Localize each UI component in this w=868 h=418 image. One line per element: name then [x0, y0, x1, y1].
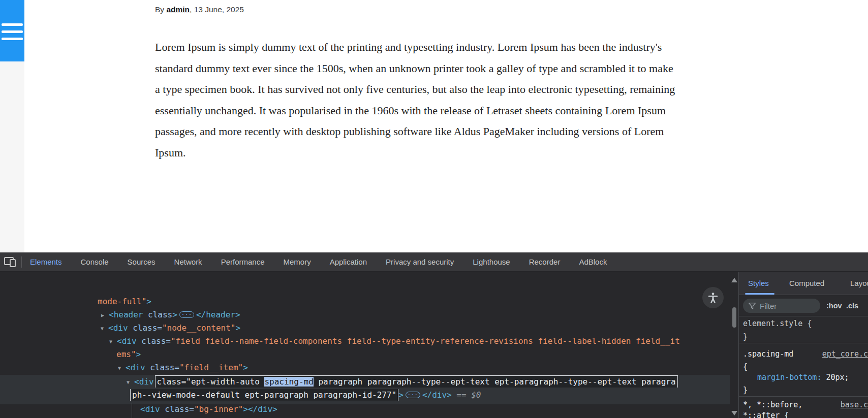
rule-universal-selector[interactable]: *, *::before,base.c	[743, 400, 868, 410]
tab-recorder[interactable]: Recorder	[529, 258, 561, 266]
tab-memory[interactable]: Memory	[284, 258, 311, 266]
tab-privacy-and-security[interactable]: Privacy and security	[386, 258, 454, 266]
tab-performance[interactable]: Performance	[221, 258, 265, 266]
rule-universal-selector-line2: *::after {	[743, 410, 789, 418]
accessibility-overlay-button[interactable]	[702, 287, 724, 308]
page-left-gutter	[0, 61, 24, 252]
rule-element-style-close: }	[743, 332, 748, 342]
toggle-cls[interactable]: .cls	[846, 302, 858, 310]
tab-lighthouse[interactable]: Lighthouse	[473, 258, 510, 266]
scrollbar-up-arrow[interactable]	[731, 278, 737, 282]
tree-line-selected-paragraph-div-wrap[interactable]: ph--view-mode--default ept-paragraph par…	[130, 390, 481, 400]
styles-filter[interactable]	[743, 299, 820, 313]
stylesheet-link-base[interactable]: base.c	[841, 400, 868, 410]
screenshot-root: { "page": { "byline": { "by": "By ", "au…	[0, 0, 868, 418]
elements-tree-panel: mode-full"> ▶<header class>···</header> …	[0, 272, 730, 418]
rule-element-style-open[interactable]: element.style {	[743, 318, 812, 329]
tab-computed[interactable]: Computed	[789, 279, 824, 287]
toggle-device-toolbar-icon[interactable]	[3, 256, 18, 268]
styles-filter-input[interactable]	[760, 302, 811, 310]
webpage-viewport: By admin, 13 June, 2025 Lorem Ipsum is s…	[0, 0, 868, 252]
tree-line-header[interactable]: ▶<header class>···</header>	[101, 310, 240, 320]
tab-styles[interactable]: Styles	[748, 279, 769, 287]
tab-adblock[interactable]: AdBlock	[579, 258, 607, 266]
rule-spacing-md-open: {	[743, 362, 748, 372]
rule-spacing-md-selector[interactable]: .spacing-mdept_core.c	[743, 349, 868, 359]
indent-guide-line	[132, 403, 132, 418]
tab-layout[interactable]: Layout	[850, 279, 868, 287]
toolbar-separator	[21, 256, 22, 268]
tree-line-wrap-ems[interactable]: ems">	[116, 349, 141, 360]
toggle-hov[interactable]: :hov	[826, 302, 842, 310]
rule-separator	[739, 343, 868, 343]
selected-div-open-tag: ▼<div	[127, 377, 154, 387]
hamburger-icon	[2, 23, 23, 26]
tree-line-bg-inner[interactable]: <div class="bg-inner"></div>	[140, 404, 277, 414]
tab-elements[interactable]: Elements	[30, 258, 62, 266]
styles-tab-strip: Styles Computed Layout	[739, 272, 868, 295]
active-tab-underline	[745, 293, 774, 295]
mobile-menu-button[interactable]	[0, 0, 24, 61]
accessibility-icon	[707, 292, 719, 304]
article-paragraph: Lorem Ipsum is simply dummy text of the …	[155, 37, 680, 164]
tab-console[interactable]: Console	[81, 258, 109, 266]
hamburger-icon	[2, 38, 23, 40]
declaration-margin-bottom[interactable]: margin-bottom: 20px;	[757, 372, 849, 382]
author-link[interactable]: admin	[166, 5, 190, 14]
rule-separator	[739, 396, 868, 397]
byline-date: , 13 June, 2025	[190, 5, 244, 14]
tree-line-node-content[interactable]: ▼<div class="node__content">	[101, 323, 240, 333]
funnel-icon	[749, 303, 756, 309]
class-attribute-editor-line1[interactable]: class="ept-width-auto spacing-md paragra…	[155, 375, 678, 388]
scrollbar-thumb[interactable]	[732, 307, 736, 328]
devtools-panel: Elements Console Sources Network Perform…	[0, 252, 868, 418]
devtools-toolbar: Elements Console Sources Network Perform…	[0, 252, 868, 272]
tree-line-selected-paragraph-div[interactable]: ▼<divclass="ept-width-auto spacing-md pa…	[127, 377, 678, 387]
tree-line-field-item[interactable]: ▼<div class="field__item">	[118, 363, 248, 373]
tab-network[interactable]: Network	[174, 258, 202, 266]
styles-filter-row: :hov .cls	[739, 295, 868, 316]
tree-line-wrap-mode-full[interactable]: mode-full">	[98, 297, 151, 307]
scrollbar-down-arrow[interactable]	[731, 411, 737, 415]
tab-sources[interactable]: Sources	[128, 258, 156, 266]
elements-scrollbar[interactable]	[730, 272, 738, 418]
byline-prefix: By	[155, 5, 166, 14]
rule-spacing-md-close: }	[743, 385, 748, 395]
byline: By admin, 13 June, 2025	[155, 5, 244, 14]
styles-sidebar: Styles Computed Layout :hov .cls element…	[739, 272, 868, 418]
tree-line-field-components[interactable]: ▼<div class="field field--name-field-com…	[109, 336, 680, 346]
devtools-tab-strip: Elements Console Sources Network Perform…	[30, 258, 607, 266]
selected-div-close: >···</div> == $0	[398, 390, 481, 400]
hamburger-icon	[2, 30, 23, 33]
tab-application[interactable]: Application	[330, 258, 367, 266]
stylesheet-link-ept-core[interactable]: ept_core.c	[822, 349, 868, 359]
class-attribute-editor-line2[interactable]: ph--view-mode--default ept-paragraph par…	[130, 389, 398, 401]
